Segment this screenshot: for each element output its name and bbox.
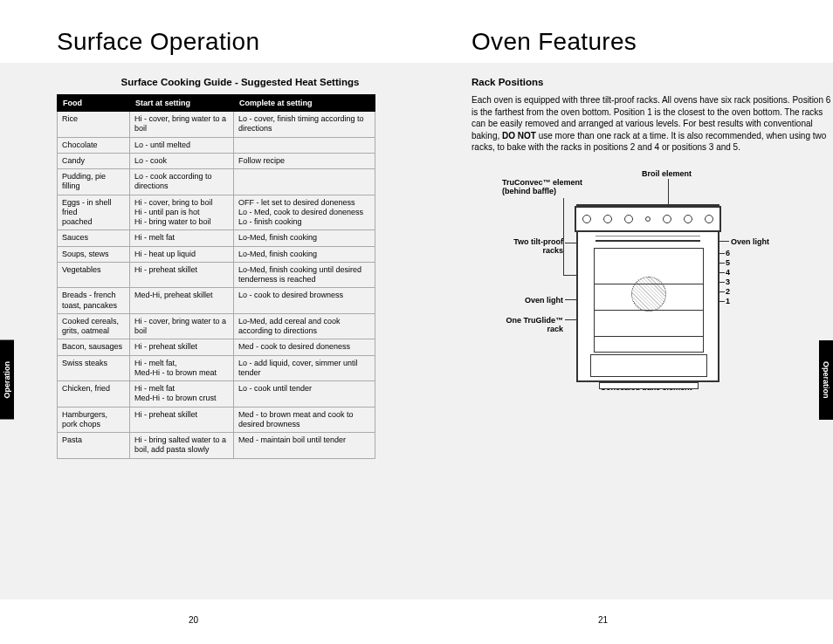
table-row: SaucesHi - melt fatLo-Med, finish cookin… xyxy=(58,230,375,246)
oven-illustration xyxy=(576,204,719,382)
oven-diagram: Broil element TruConvec™ element(behind … xyxy=(493,169,790,396)
page-left: Surface Operation Surface Cooking Guide … xyxy=(57,0,423,459)
table-row: Soups, stewsHi - heat up liquidLo-Med, f… xyxy=(58,246,375,262)
label-tilt-proof-racks: Two tilt-proofracks xyxy=(493,237,563,256)
label-oven-light-right: Oven light xyxy=(731,237,769,246)
table-row: VegetablesHi - preheat skilletLo-Med, fi… xyxy=(58,262,375,288)
label-truglide-rack: One TruGlide™rack xyxy=(493,316,563,334)
label-truconvec: TruConvec™ element(behind baffle) xyxy=(502,178,582,196)
heading-oven-features: Oven Features xyxy=(472,28,833,56)
table-row: Chicken, friedHi - melt fatMed-Hi - to b… xyxy=(58,381,375,408)
table-row: Hamburgers, pork chopsHi - preheat skill… xyxy=(58,407,375,433)
table-row: Swiss steaksHi - melt fat,Med-Hi - to br… xyxy=(58,355,375,381)
table-row: ChocolateLo - until melted xyxy=(58,137,375,153)
table-row: CandyLo - cookFollow recipe xyxy=(58,153,375,168)
subtitle-rack-positions: Rack Positions xyxy=(472,77,833,87)
rack-numbers: 654321 xyxy=(726,250,730,307)
side-tab-right: Operation xyxy=(819,340,833,420)
table-row: Eggs - in shell fried poachedHi - cover,… xyxy=(58,195,375,230)
page-right: Oven Features Rack Positions Each oven i… xyxy=(472,0,833,396)
table-row: Bacon, sausagesHi - preheat skilletMed -… xyxy=(58,339,375,355)
th-food: Food xyxy=(58,95,130,112)
th-start: Start at setting xyxy=(130,95,234,112)
table-row: Breads - french toast, pancakesMed-Hi, p… xyxy=(58,288,375,314)
cooking-guide-table: Food Start at setting Complete at settin… xyxy=(57,94,375,459)
table-row: PastaHi - bring salted water to a boil, … xyxy=(58,433,375,459)
page-number-right: 21 xyxy=(598,615,608,625)
table-row: RiceHi - cover, bring water to a boilLo … xyxy=(58,112,375,138)
table-row: Cooked cereals, grits, oatmealHi - cover… xyxy=(58,313,375,339)
table-row: Pudding, pie fillingLo - cook according … xyxy=(58,169,375,195)
side-tab-left: Operation xyxy=(0,340,14,420)
page-number-left: 20 xyxy=(189,615,198,625)
th-complete: Complete at setting xyxy=(234,95,375,112)
label-broil-element: Broil element xyxy=(642,169,692,178)
subtitle-cooking-guide: Surface Cooking Guide - Suggested Heat S… xyxy=(57,77,423,87)
label-oven-light-left: Oven light xyxy=(511,296,563,305)
rack-positions-paragraph: Each oven is equipped with three tilt-pr… xyxy=(472,94,833,154)
heading-surface-operation: Surface Operation xyxy=(57,28,423,56)
